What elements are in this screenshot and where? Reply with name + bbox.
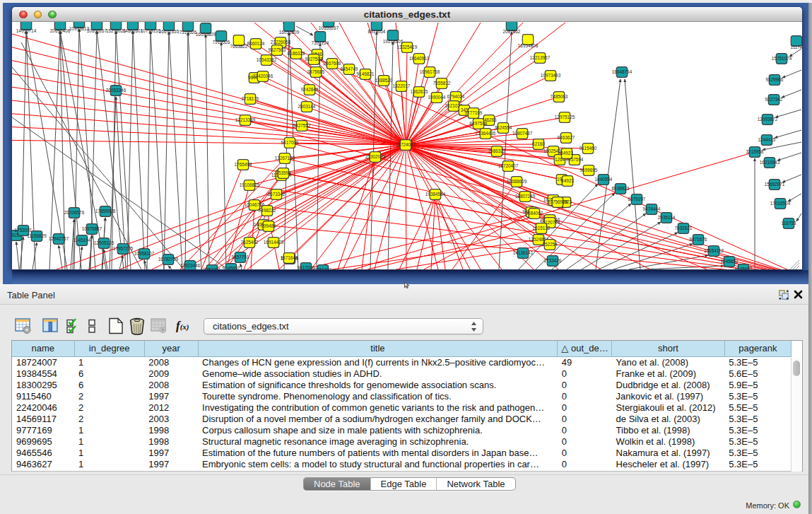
svg-text:1244415: 1244415 bbox=[758, 137, 776, 142]
svg-text:8573342: 8573342 bbox=[268, 192, 286, 197]
svg-text:19106825: 19106825 bbox=[240, 182, 260, 187]
svg-text:20206576: 20206576 bbox=[64, 210, 85, 215]
svg-text:16671355: 16671355 bbox=[159, 29, 180, 34]
svg-text:16914479: 16914479 bbox=[264, 240, 284, 245]
svg-text:1733426: 1733426 bbox=[544, 258, 562, 263]
svg-text:15720407: 15720407 bbox=[498, 163, 519, 168]
svg-text:62160: 62160 bbox=[532, 141, 545, 146]
svg-text:10958107: 10958107 bbox=[134, 251, 155, 256]
svg-text:9427552: 9427552 bbox=[293, 123, 311, 128]
svg-text:9451402: 9451402 bbox=[314, 267, 332, 269]
svg-text:20053346: 20053346 bbox=[106, 88, 126, 93]
svg-text:16033809: 16033809 bbox=[196, 32, 216, 37]
svg-text:17859928: 17859928 bbox=[95, 209, 116, 214]
svg-text:84923: 84923 bbox=[560, 151, 573, 156]
svg-text:1990044: 1990044 bbox=[428, 95, 446, 100]
svg-text:9245652: 9245652 bbox=[223, 266, 240, 269]
svg-text:1322017: 1322017 bbox=[393, 83, 411, 88]
svg-text:84923: 84923 bbox=[561, 178, 574, 183]
svg-text:12975125: 12975125 bbox=[555, 115, 575, 119]
svg-text:9327503: 9327503 bbox=[305, 57, 323, 62]
svg-text:2718176: 2718176 bbox=[242, 96, 259, 101]
svg-text:10655267: 10655267 bbox=[87, 28, 107, 33]
svg-text:8813054: 8813054 bbox=[368, 29, 386, 34]
svg-text:16210643: 16210643 bbox=[760, 160, 780, 165]
svg-text:2367608: 2367608 bbox=[324, 61, 341, 66]
svg-text:22420046: 22420046 bbox=[253, 74, 273, 78]
svg-text:3624554: 3624554 bbox=[495, 125, 512, 130]
svg-text:1571644: 1571644 bbox=[281, 255, 298, 260]
svg-text:3875685: 3875685 bbox=[307, 69, 325, 74]
svg-text:8660124: 8660124 bbox=[247, 41, 265, 46]
svg-text:1440954: 1440954 bbox=[595, 177, 613, 182]
svg-text:1362615: 1362615 bbox=[411, 89, 428, 94]
svg-text:14055714: 14055714 bbox=[16, 28, 37, 33]
svg-text:1145194: 1145194 bbox=[73, 238, 91, 243]
svg-text:1765498: 1765498 bbox=[235, 162, 252, 167]
svg-text:12923446: 12923446 bbox=[180, 263, 201, 268]
svg-text:7485063: 7485063 bbox=[551, 94, 568, 99]
svg-text:2087662: 2087662 bbox=[503, 29, 521, 34]
svg-text:17957275: 17957275 bbox=[113, 246, 134, 251]
svg-text:10807487: 10807487 bbox=[512, 131, 533, 136]
svg-text:9084067: 9084067 bbox=[526, 211, 543, 216]
svg-text:8938923: 8938923 bbox=[612, 186, 630, 191]
svg-text:18724007: 18724007 bbox=[396, 142, 416, 147]
svg-text:19384554: 19384554 bbox=[425, 192, 446, 197]
svg-text:9699695: 9699695 bbox=[580, 168, 598, 173]
svg-text:16033809: 16033809 bbox=[279, 30, 300, 35]
svg-text:13267130: 13267130 bbox=[275, 156, 295, 160]
svg-text:1388520: 1388520 bbox=[375, 78, 393, 83]
svg-text:9329966: 9329966 bbox=[766, 77, 784, 82]
svg-text:099489: 099489 bbox=[261, 223, 276, 228]
svg-text:9498222: 9498222 bbox=[259, 208, 276, 213]
svg-text:10688609: 10688609 bbox=[507, 179, 527, 184]
svg-text:15751074: 15751074 bbox=[772, 56, 792, 61]
svg-text:9417006: 9417006 bbox=[298, 265, 315, 269]
svg-text:13325419: 13325419 bbox=[397, 45, 418, 49]
svg-text:7663822: 7663822 bbox=[230, 44, 248, 49]
svg-text:12093872: 12093872 bbox=[758, 117, 778, 122]
svg-text:23226058: 23226058 bbox=[271, 40, 291, 45]
svg-text:10719155: 10719155 bbox=[141, 28, 161, 33]
svg-text:14136141: 14136141 bbox=[513, 250, 534, 255]
svg-text:9115460: 9115460 bbox=[579, 146, 597, 151]
svg-text:16782759: 16782759 bbox=[158, 257, 179, 262]
svg-text:9146821: 9146821 bbox=[357, 71, 375, 76]
svg-text:753594: 753594 bbox=[276, 170, 291, 175]
svg-text:7515526: 7515526 bbox=[180, 30, 197, 35]
svg-text:8454749: 8454749 bbox=[341, 66, 358, 71]
svg-text:9227342: 9227342 bbox=[765, 97, 783, 102]
svg-text:2935114: 2935114 bbox=[658, 215, 676, 220]
svg-text:6794024: 6794024 bbox=[447, 94, 465, 99]
svg-text:9857791: 9857791 bbox=[204, 267, 221, 269]
svg-text:19218506: 19218506 bbox=[383, 39, 404, 44]
svg-text:9242848: 9242848 bbox=[301, 87, 319, 92]
svg-text:21364436: 21364436 bbox=[476, 131, 496, 136]
svg-text:9857791: 9857791 bbox=[232, 255, 249, 259]
svg-text:12505135: 12505135 bbox=[94, 240, 114, 245]
svg-text:9245652: 9245652 bbox=[721, 259, 739, 264]
svg-text:9417006: 9417006 bbox=[281, 140, 299, 145]
svg-text:10655267: 10655267 bbox=[319, 25, 339, 30]
svg-text:16961758: 16961758 bbox=[420, 69, 440, 74]
svg-text:20691406: 20691406 bbox=[50, 28, 71, 33]
svg-text:1615132: 1615132 bbox=[533, 226, 551, 230]
svg-text:116753: 116753 bbox=[782, 221, 796, 226]
svg-text:12942757: 12942757 bbox=[49, 236, 69, 241]
svg-text:252254: 252254 bbox=[542, 242, 558, 247]
svg-text:18640910: 18640910 bbox=[409, 56, 430, 61]
svg-text:10654112: 10654112 bbox=[704, 248, 724, 253]
svg-text:7632621: 7632621 bbox=[675, 226, 693, 230]
svg-text:7986322: 7986322 bbox=[488, 148, 506, 153]
svg-text:8186328: 8186328 bbox=[288, 51, 305, 56]
svg-text:18807249: 18807249 bbox=[515, 194, 536, 199]
svg-text:1753001: 1753001 bbox=[15, 228, 33, 233]
svg-text:7357224: 7357224 bbox=[312, 40, 329, 45]
svg-text:8471676: 8471676 bbox=[690, 237, 707, 242]
svg-text:9245652: 9245652 bbox=[735, 267, 753, 269]
svg-text:6379197: 6379197 bbox=[628, 197, 646, 201]
svg-text:10756928: 10756928 bbox=[548, 199, 568, 204]
svg-text:12213389: 12213389 bbox=[235, 117, 256, 122]
svg-text:15692971: 15692971 bbox=[765, 182, 785, 187]
